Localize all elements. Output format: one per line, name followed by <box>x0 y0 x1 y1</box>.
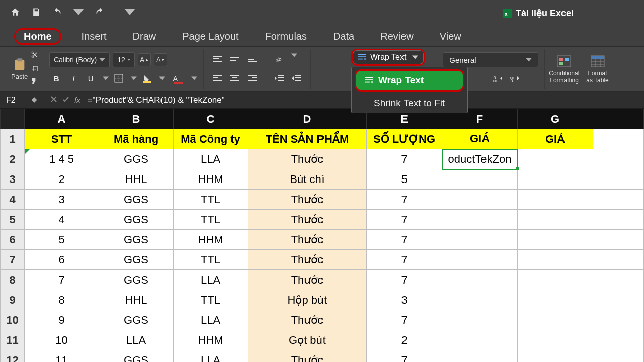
cell[interactable]: GGS <box>99 310 174 330</box>
cut-icon[interactable] <box>31 51 39 61</box>
cell[interactable] <box>442 310 518 330</box>
col-header-A[interactable]: A <box>25 109 99 129</box>
cell[interactable]: HHM <box>174 169 248 190</box>
cell[interactable]: GGS <box>99 230 174 250</box>
cell[interactable]: 5 <box>367 169 442 190</box>
cell[interactable] <box>442 350 518 363</box>
col-header-D[interactable]: D <box>248 109 367 129</box>
cell[interactable]: LLA <box>174 310 248 330</box>
row-header[interactable]: 12 <box>1 350 25 363</box>
cancel-formula-icon[interactable] <box>50 96 57 105</box>
cell[interactable]: 7 <box>367 149 442 169</box>
tab-page-layout[interactable]: Page Layout <box>176 29 245 44</box>
cell[interactable]: 5 <box>25 230 99 250</box>
paste-button[interactable]: Paste <box>11 57 28 80</box>
chevron-down-icon[interactable] <box>291 52 297 58</box>
cell[interactable] <box>518 149 593 169</box>
align-center-button[interactable] <box>228 71 242 85</box>
cell[interactable]: Gọt bút <box>248 330 367 350</box>
cell[interactable] <box>593 270 644 290</box>
col-header-C[interactable]: C <box>174 109 248 129</box>
cell[interactable] <box>593 129 644 149</box>
cell[interactable]: LLA <box>174 149 248 169</box>
align-middle-button[interactable] <box>228 52 242 66</box>
cell[interactable]: HHM <box>174 330 248 350</box>
tab-view[interactable]: View <box>434 29 467 44</box>
cell[interactable]: GGS <box>99 350 174 363</box>
cell[interactable]: 2 <box>367 330 442 350</box>
italic-button[interactable]: I <box>66 71 80 85</box>
cell[interactable]: TTL <box>174 250 248 270</box>
cell[interactable]: Thước <box>248 230 367 250</box>
cell[interactable] <box>442 210 518 230</box>
cell[interactable]: LLA <box>99 330 174 350</box>
redo-icon[interactable] <box>95 7 105 19</box>
confirm-formula-icon[interactable] <box>62 96 69 105</box>
cell[interactable]: Thước <box>248 350 367 363</box>
font-size-combo[interactable]: 12 <box>113 52 135 67</box>
wrap-text-split-button[interactable]: Wrap Text <box>351 49 425 66</box>
cell[interactable]: TÊN SẢN PHẨM <box>248 129 367 149</box>
cell[interactable]: 7 <box>367 350 442 363</box>
cell[interactable]: 7 <box>367 210 442 230</box>
align-right-button[interactable] <box>245 71 259 85</box>
format-as-table-button[interactable]: Format as Table <box>586 54 608 84</box>
row-header[interactable]: 1 <box>1 129 25 149</box>
tab-formulas[interactable]: Formulas <box>259 29 313 44</box>
cell[interactable] <box>518 310 593 330</box>
cell[interactable] <box>593 169 644 190</box>
active-cell[interactable]: oductTekZon <box>442 149 518 169</box>
cell[interactable]: GGS <box>99 250 174 270</box>
cell[interactable] <box>593 250 644 270</box>
increase-font-icon[interactable]: A▲ <box>138 53 151 66</box>
cell[interactable]: Thước <box>248 210 367 230</box>
col-header-B[interactable]: B <box>99 109 174 129</box>
chevron-down-icon[interactable] <box>125 7 135 19</box>
cell[interactable] <box>593 330 644 350</box>
increase-decimal-button[interactable]: .0.00 <box>490 71 504 85</box>
name-box-stepper[interactable] <box>32 97 39 103</box>
cell[interactable]: HHL <box>99 290 174 310</box>
spreadsheet-grid[interactable]: A B C D E F G 1 STT Mã hàng Mã Công ty T… <box>0 109 644 362</box>
cell[interactable]: HHL <box>99 169 174 190</box>
cell[interactable]: STT <box>25 129 99 149</box>
chevron-down-icon[interactable] <box>159 75 165 81</box>
cell[interactable]: TTL <box>174 190 248 210</box>
cell[interactable] <box>442 169 518 190</box>
cell[interactable]: Thước <box>248 250 367 270</box>
cell[interactable]: 1 4 5 <box>25 149 99 169</box>
cell[interactable]: 8 <box>25 290 99 310</box>
cell[interactable] <box>442 290 518 310</box>
cell[interactable] <box>442 190 518 210</box>
cell[interactable]: GIÁ <box>442 129 518 149</box>
decrease-font-icon[interactable]: A▼ <box>154 53 167 66</box>
cell[interactable]: Thước <box>248 310 367 330</box>
cell[interactable] <box>518 350 593 363</box>
cell[interactable]: GGS <box>99 270 174 290</box>
cell[interactable] <box>518 270 593 290</box>
align-bottom-button[interactable] <box>245 52 259 66</box>
row-header[interactable]: 7 <box>1 250 25 270</box>
cell[interactable]: Thước <box>248 270 367 290</box>
bold-button[interactable]: B <box>49 71 63 85</box>
decrease-indent-button[interactable] <box>272 71 286 85</box>
row-header[interactable]: 3 <box>1 169 25 190</box>
cell[interactable]: 6 <box>25 250 99 270</box>
cell[interactable]: 7 <box>25 270 99 290</box>
cell[interactable]: TTL <box>174 290 248 310</box>
cell[interactable] <box>593 230 644 250</box>
cell[interactable]: GGS <box>99 210 174 230</box>
cell[interactable]: Thước <box>248 190 367 210</box>
cell[interactable] <box>593 290 644 310</box>
col-header-G[interactable]: G <box>518 109 593 129</box>
tab-home[interactable]: Home <box>14 28 61 45</box>
cell[interactable]: 2 <box>25 169 99 190</box>
conditional-formatting-button[interactable]: Conditional Formatting <box>549 54 579 84</box>
wrap-text-menu-item[interactable]: Wrap Text <box>355 69 464 92</box>
cell[interactable] <box>518 210 593 230</box>
format-painter-icon[interactable] <box>31 77 39 87</box>
row-header[interactable]: 4 <box>1 190 25 210</box>
cell[interactable]: 7 <box>367 190 442 210</box>
cell[interactable]: 7 <box>367 250 442 270</box>
cell[interactable] <box>518 169 593 190</box>
